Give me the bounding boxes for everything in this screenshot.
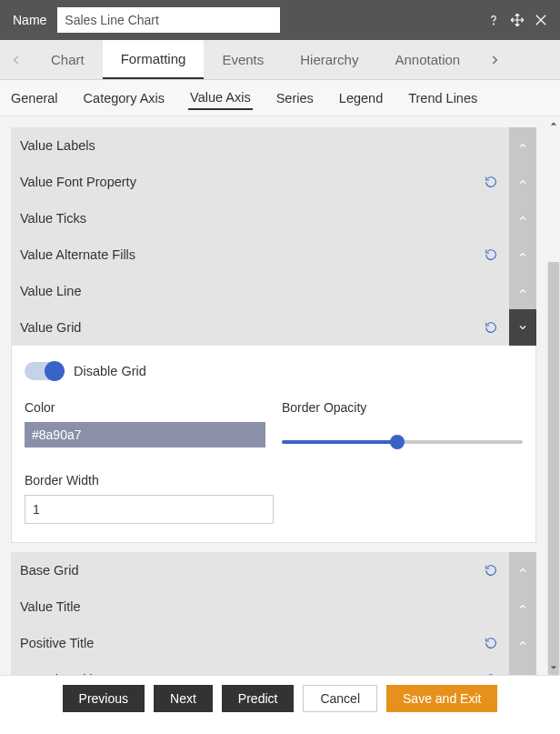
row-value-grid[interactable]: Value Grid xyxy=(11,309,536,346)
opacity-label: Border Opacity xyxy=(282,400,523,415)
row-positive-title[interactable]: Positive Title xyxy=(11,625,536,661)
row-label: Negative Title xyxy=(20,672,482,675)
reset-icon[interactable] xyxy=(482,561,500,579)
cancel-button[interactable]: Cancel xyxy=(303,685,377,712)
tab-formatting[interactable]: Formatting xyxy=(103,40,205,79)
scroll-handle[interactable] xyxy=(548,262,559,675)
tabs-scroll-right[interactable] xyxy=(478,40,511,79)
reset-icon[interactable] xyxy=(482,670,500,675)
expand-toggle[interactable] xyxy=(509,625,536,661)
row-label: Value Alternate Fills xyxy=(20,247,482,262)
row-label: Value Line xyxy=(20,284,509,298)
reset-icon[interactable] xyxy=(482,246,500,264)
next-button[interactable]: Next xyxy=(154,685,213,712)
expand-toggle[interactable] xyxy=(509,552,536,588)
row-label: Value Font Property xyxy=(20,175,482,189)
row-label: Base Grid xyxy=(20,563,482,578)
row-value-ticks[interactable]: Value Ticks xyxy=(11,200,536,236)
subtab-general[interactable]: General xyxy=(9,87,60,109)
row-base-grid[interactable]: Base Grid xyxy=(11,552,536,588)
subtab-legend[interactable]: Legend xyxy=(337,87,385,109)
scroll-down-arrow[interactable] xyxy=(547,662,560,673)
scroll-track[interactable] xyxy=(547,262,560,675)
border-width-label: Border Width xyxy=(25,473,274,488)
row-label: Positive Title xyxy=(20,636,482,650)
row-value-title[interactable]: Value Title xyxy=(11,588,536,625)
predict-button[interactable]: Predict xyxy=(222,685,295,712)
disable-grid-toggle[interactable] xyxy=(25,362,63,380)
move-icon[interactable] xyxy=(507,10,527,30)
value-grid-body: Disable Grid Color #8a90a7 Border Opacit… xyxy=(11,346,536,543)
name-label: Name xyxy=(13,13,46,27)
tab-annotation[interactable]: Annotation xyxy=(376,40,478,79)
row-label: Value Ticks xyxy=(20,211,509,226)
svg-point-0 xyxy=(494,24,495,25)
expand-toggle[interactable] xyxy=(509,588,536,625)
subtab-category-axis[interactable]: Category Axis xyxy=(82,87,166,109)
row-negative-title[interactable]: Negative Title xyxy=(11,661,536,675)
tab-hierarchy[interactable]: Hierarchy xyxy=(282,40,376,79)
color-swatch[interactable]: #8a90a7 xyxy=(25,422,265,447)
main-tabs: Chart Formatting Events Hierarchy Annota… xyxy=(0,40,560,80)
color-label: Color xyxy=(25,400,265,415)
reset-icon[interactable] xyxy=(482,318,500,337)
expand-toggle[interactable] xyxy=(509,164,536,200)
tab-events[interactable]: Events xyxy=(204,40,282,79)
row-label: Value Labels xyxy=(20,138,509,153)
expand-toggle[interactable] xyxy=(509,200,536,236)
row-value-line[interactable]: Value Line xyxy=(11,273,536,309)
subtab-series[interactable]: Series xyxy=(275,87,315,109)
row-label: Value Title xyxy=(20,599,509,614)
disable-grid-label: Disable Grid xyxy=(74,364,146,378)
expand-toggle[interactable] xyxy=(509,273,536,309)
footer: Previous Next Predict Cancel Save and Ex… xyxy=(0,675,560,720)
help-icon[interactable] xyxy=(484,10,504,30)
expand-toggle[interactable] xyxy=(509,661,536,675)
sub-tabs: General Category Axis Value Axis Series … xyxy=(0,80,560,116)
save-exit-button[interactable]: Save and Exit xyxy=(386,685,497,712)
name-input[interactable] xyxy=(57,7,280,33)
row-value-font-property[interactable]: Value Font Property xyxy=(11,164,536,200)
previous-button[interactable]: Previous xyxy=(63,685,145,712)
tabs-scroll-left[interactable] xyxy=(0,40,33,79)
subtab-value-axis[interactable]: Value Axis xyxy=(188,86,253,110)
reset-icon[interactable] xyxy=(482,634,500,652)
expand-toggle[interactable] xyxy=(509,127,536,164)
scroll-up-arrow[interactable] xyxy=(547,118,560,129)
properties-panel: Value Labels Value Font Property Value T… xyxy=(0,116,560,675)
border-width-input[interactable] xyxy=(25,495,274,524)
close-icon[interactable] xyxy=(531,10,551,30)
row-value-alternate-fills[interactable]: Value Alternate Fills xyxy=(11,236,536,273)
collapse-toggle[interactable] xyxy=(509,309,536,346)
expand-toggle[interactable] xyxy=(509,236,536,273)
title-bar: Name xyxy=(0,0,560,40)
subtab-trend-lines[interactable]: Trend Lines xyxy=(406,87,479,109)
tab-chart[interactable]: Chart xyxy=(33,40,103,79)
row-label: Value Grid xyxy=(20,320,482,335)
row-value-labels[interactable]: Value Labels xyxy=(11,127,536,164)
reset-icon[interactable] xyxy=(482,173,500,191)
opacity-slider[interactable] xyxy=(282,431,523,453)
